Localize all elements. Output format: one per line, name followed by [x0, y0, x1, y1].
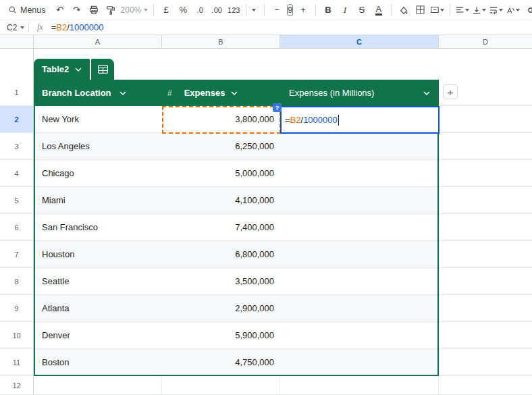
name-box[interactable]: C2 [0, 23, 28, 32]
empty-cell[interactable] [439, 268, 532, 295]
cell-expenses[interactable]: 4,750,000 [162, 349, 280, 376]
cell-expenses[interactable]: 2,900,000 [162, 295, 280, 322]
row-header[interactable]: 3 [0, 133, 34, 160]
table-menu-button[interactable] [91, 59, 114, 80]
increase-decimal-button[interactable]: .00 [210, 3, 223, 18]
empty-cell[interactable] [34, 376, 162, 395]
cell-expenses-millions[interactable] [280, 160, 439, 187]
cell-branch-location[interactable]: Chicago [34, 160, 162, 187]
cell-branch-location[interactable]: Seattle [34, 268, 162, 295]
empty-cell[interactable] [439, 349, 532, 376]
borders-button[interactable] [414, 3, 427, 18]
table-header-expenses-millions[interactable]: Expenses (in Millions) [280, 80, 439, 106]
row-header[interactable]: 9 [0, 295, 34, 322]
empty-cell[interactable] [439, 214, 532, 241]
merge-cells-button[interactable] [431, 3, 444, 18]
cell-expenses[interactable]: 3,800,000 [162, 106, 280, 133]
cell-expenses[interactable]: 4,100,000 [162, 187, 280, 214]
insert-link-button[interactable] [527, 3, 532, 18]
column-header-c[interactable]: C [280, 35, 439, 48]
cell-expenses-millions[interactable] [280, 133, 439, 160]
increase-font-size-button[interactable]: + [296, 3, 310, 18]
cell-expenses-millions[interactable] [280, 295, 439, 322]
cell-expenses[interactable]: 6,800,000 [162, 241, 280, 268]
empty-cell[interactable] [439, 322, 532, 349]
print-button[interactable] [87, 3, 101, 18]
menus-button[interactable]: Menus [4, 4, 50, 16]
empty-cell[interactable] [439, 133, 532, 160]
strikethrough-button[interactable]: S [355, 3, 369, 18]
paint-format-button[interactable] [104, 3, 117, 18]
cell-expenses[interactable]: 5,900,000 [162, 322, 280, 349]
cell-expenses-millions[interactable] [280, 187, 439, 214]
cell-expenses-millions[interactable] [280, 349, 439, 376]
empty-cell[interactable] [439, 295, 532, 322]
horizontal-align-button[interactable] [456, 3, 469, 18]
cell-branch-location[interactable]: Denver [34, 322, 162, 349]
row-header[interactable] [0, 49, 34, 80]
column-header-b[interactable]: B [162, 35, 280, 48]
select-all-corner[interactable] [0, 35, 34, 48]
fill-color-button[interactable] [397, 3, 410, 18]
cell-branch-location[interactable]: Houston [34, 241, 162, 268]
formula-help-badge[interactable]: ? [273, 103, 282, 112]
table-name-button[interactable]: Table2 [34, 59, 90, 80]
empty-cell[interactable] [439, 49, 532, 80]
row-header-12[interactable]: 12 [0, 376, 34, 395]
add-column-button[interactable]: + [443, 84, 458, 99]
italic-button[interactable]: I [338, 3, 352, 18]
empty-cell[interactable] [439, 241, 532, 268]
cell-branch-location[interactable]: Boston [34, 349, 162, 376]
empty-cell[interactable] [162, 49, 280, 80]
row-header[interactable]: 7 [0, 241, 34, 268]
cell-expenses[interactable]: 7,400,000 [162, 214, 280, 241]
zoom-selector[interactable]: 200% [121, 5, 149, 15]
row-header[interactable]: 4 [0, 160, 34, 187]
row-header[interactable]: 2 [0, 106, 34, 133]
text-rotation-button[interactable] [506, 3, 520, 18]
bold-button[interactable]: B [321, 3, 335, 18]
cell-expenses[interactable]: 5,000,000 [162, 160, 280, 187]
table-header-expenses[interactable]: # Expenses [162, 80, 280, 106]
cell-expenses-millions[interactable] [280, 268, 439, 295]
decrease-font-size-button[interactable]: − [270, 3, 284, 18]
row-header[interactable]: 6 [0, 214, 34, 241]
cell-branch-location[interactable]: New York [34, 106, 162, 133]
row-header-1[interactable]: 1 [0, 80, 34, 106]
active-cell-editor[interactable]: =B2/1000000 [280, 106, 440, 134]
undo-button[interactable]: ↶ [53, 3, 67, 18]
vertical-align-button[interactable] [473, 3, 486, 18]
empty-cell[interactable] [439, 106, 532, 133]
text-color-button[interactable]: A [372, 3, 385, 18]
font-size-input[interactable]: 9 [287, 4, 293, 16]
redo-button[interactable]: ↷ [70, 3, 84, 18]
cell-branch-location[interactable]: Atlanta [34, 295, 162, 322]
row-header[interactable]: 8 [0, 268, 34, 295]
row-header[interactable]: 5 [0, 187, 34, 214]
currency-format-button[interactable]: £ [159, 3, 173, 18]
column-header-a[interactable]: A [34, 35, 162, 48]
font-family-selector[interactable] [252, 3, 259, 18]
cell-expenses-millions[interactable] [280, 214, 439, 241]
percent-format-button[interactable]: % [176, 3, 190, 18]
empty-cell[interactable] [439, 187, 532, 214]
cell-expenses-millions[interactable] [280, 241, 439, 268]
row-header[interactable]: 10 [0, 322, 34, 349]
cell-expenses[interactable]: 6,250,000 [162, 133, 280, 160]
cell-branch-location[interactable]: Los Angeles [34, 133, 162, 160]
cell-branch-location[interactable]: Miami [34, 187, 162, 214]
cell-expenses-millions[interactable] [280, 322, 439, 349]
empty-cell[interactable] [280, 49, 439, 80]
more-formats-button[interactable]: 123 [227, 3, 240, 18]
empty-cell[interactable] [162, 376, 280, 395]
formula-input[interactable]: =B2/1000000 [51, 22, 104, 32]
empty-cell[interactable] [439, 160, 532, 187]
text-wrap-button[interactable] [489, 3, 503, 18]
empty-cell[interactable] [439, 376, 532, 395]
cell-expenses[interactable]: 3,500,000 [162, 268, 280, 295]
column-header-d[interactable]: D [439, 35, 532, 48]
table-header-branch-location[interactable]: Branch Location [34, 80, 162, 106]
empty-cell[interactable] [280, 376, 439, 395]
cell-branch-location[interactable]: San Francisco [34, 214, 162, 241]
decrease-decimal-button[interactable]: .0 [193, 3, 207, 18]
